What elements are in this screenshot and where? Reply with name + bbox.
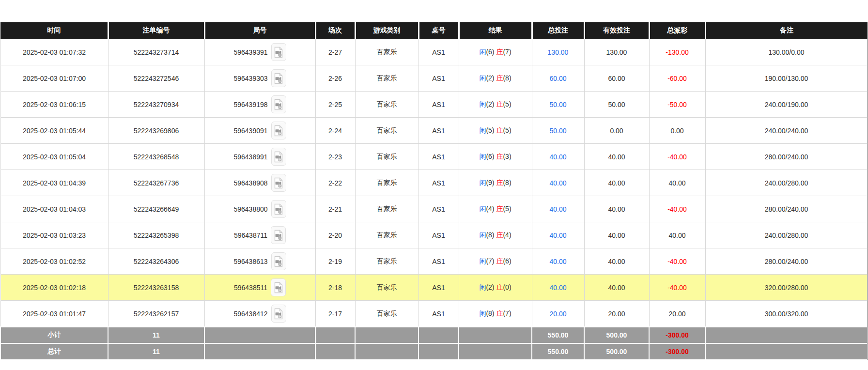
- table-row[interactable]: 2025-02-03 01:03:23522243265398596438711…: [0, 222, 868, 248]
- cell-session: 2-21: [315, 196, 355, 222]
- cell-total-bet[interactable]: 130.00: [532, 39, 584, 65]
- table-row[interactable]: 2025-02-03 01:05:44522243269806596439091…: [0, 118, 868, 144]
- video-file-icon: [274, 125, 283, 137]
- video-replay-button[interactable]: [271, 252, 286, 270]
- video-file-icon: [274, 203, 283, 215]
- video-replay-button[interactable]: [271, 305, 286, 323]
- cell-round-id: 596439303: [204, 65, 315, 92]
- cell-valid-bet: 130.00: [584, 39, 649, 65]
- cell-valid-bet: 40.00: [584, 196, 649, 222]
- video-replay-button[interactable]: [271, 226, 286, 244]
- cell-bet-id: 522243272546: [108, 65, 204, 92]
- cell-bet-id: 522243265398: [108, 222, 204, 248]
- result-player-label: 闲: [479, 100, 486, 108]
- video-replay-button[interactable]: [271, 122, 286, 139]
- cell-valid-bet: 40.00: [584, 275, 649, 301]
- cell-remark: 320.00/280.00: [705, 275, 868, 301]
- subtotal-row-count: 11: [108, 327, 204, 343]
- cell-time: 2025-02-03 01:07:00: [0, 65, 108, 92]
- cell-result: 闲(2) 庄(8): [459, 65, 532, 92]
- table-row[interactable]: 2025-02-03 01:07:00522243272546596439303…: [0, 65, 868, 92]
- video-replay-button[interactable]: [271, 278, 286, 296]
- cell-time: 2025-02-03 01:01:47: [0, 301, 108, 327]
- result-banker-label: 庄: [496, 179, 503, 186]
- cell-total-bet[interactable]: 60.00: [532, 65, 584, 92]
- cell-bet-id: 522243270934: [108, 92, 204, 118]
- round-id-text: 596439303: [233, 75, 267, 82]
- round-id-text: 596438412: [233, 310, 267, 318]
- cell-remark: 240.00/240.00: [705, 118, 868, 144]
- column-header-bet_id: 注单编号: [108, 22, 204, 39]
- cell-total-bet[interactable]: 40.00: [532, 196, 584, 222]
- cell-table-id: AS1: [418, 144, 459, 170]
- result-player-label: 闲: [479, 205, 486, 213]
- cell-game-type: 百家乐: [355, 170, 418, 196]
- video-file-icon: [274, 282, 283, 293]
- result-player-score: (7): [486, 257, 494, 265]
- result-banker-label: 庄: [496, 283, 503, 291]
- result-banker-score: (5): [503, 205, 511, 213]
- cell-payout: 40.00: [649, 222, 705, 248]
- cell-session: 2-19: [315, 248, 355, 275]
- cell-time: 2025-02-03 01:04:39: [0, 170, 108, 196]
- round-id-text: 596439091: [233, 127, 267, 135]
- table-row[interactable]: 2025-02-03 01:04:03522243266649596438800…: [0, 196, 868, 222]
- table-row[interactable]: 2025-02-03 01:04:39522243267736596438908…: [0, 170, 868, 196]
- table-row[interactable]: 2025-02-03 01:02:52522243264306596438613…: [0, 248, 868, 275]
- cell-session: 2-23: [315, 144, 355, 170]
- cell-game-type: 百家乐: [355, 144, 418, 170]
- video-replay-button[interactable]: [271, 148, 286, 166]
- video-replay-button[interactable]: [271, 95, 286, 113]
- cell-round-id: 596438908: [204, 170, 315, 196]
- cell-total-bet[interactable]: 50.00: [532, 118, 584, 144]
- cell-total-bet[interactable]: 40.00: [532, 222, 584, 248]
- cell-payout: -40.00: [649, 248, 705, 275]
- result-banker-label: 庄: [496, 74, 503, 82]
- result-banker-label: 庄: [496, 100, 503, 108]
- video-file-icon: [274, 177, 283, 189]
- cell-time: 2025-02-03 01:05:04: [0, 144, 108, 170]
- video-file-icon: [274, 73, 283, 84]
- cell-round-id: 596438412: [204, 301, 315, 327]
- result-banker-score: (8): [503, 74, 511, 82]
- cell-total-bet[interactable]: 40.00: [532, 170, 584, 196]
- video-replay-button[interactable]: [271, 200, 286, 218]
- cell-round-id: 596439091: [204, 118, 315, 144]
- cell-result: 闲(9) 庄(8): [459, 170, 532, 196]
- table-row[interactable]: 2025-02-03 01:06:15522243270934596439198…: [0, 92, 868, 118]
- round-id-text: 596438711: [234, 231, 267, 239]
- video-file-icon: [274, 99, 283, 110]
- table-row[interactable]: 2025-02-03 01:07:32522243273714596439391…: [0, 39, 868, 65]
- result-banker-score: (6): [503, 257, 511, 265]
- cell-total-bet[interactable]: 20.00: [532, 301, 584, 327]
- cell-total-bet[interactable]: 40.00: [532, 275, 584, 301]
- cell-table-id: AS1: [418, 196, 459, 222]
- table-row[interactable]: 2025-02-03 01:02:18522243263158596438511…: [0, 275, 868, 301]
- cell-payout: -130.00: [649, 39, 705, 65]
- cell-total-bet[interactable]: 40.00: [532, 248, 584, 275]
- cell-time: 2025-02-03 01:06:15: [0, 92, 108, 118]
- result-player-score: (9): [486, 179, 494, 186]
- cell-remark: 130.00/0.00: [705, 39, 868, 65]
- cell-payout: -40.00: [649, 196, 705, 222]
- video-replay-button[interactable]: [271, 69, 286, 87]
- cell-valid-bet: 40.00: [584, 222, 649, 248]
- cell-bet-id: 522243269806: [108, 118, 204, 144]
- round-id-text: 596439391: [233, 48, 267, 56]
- result-player-score: (4): [486, 205, 494, 213]
- grandtotal-row-valid-bet: 500.00: [584, 343, 649, 360]
- result-banker-score: (7): [503, 48, 511, 56]
- cell-total-bet[interactable]: 40.00: [532, 144, 584, 170]
- cell-table-id: AS1: [418, 248, 459, 275]
- cell-remark: 240.00/190.00: [705, 92, 868, 118]
- table-row[interactable]: 2025-02-03 01:05:04522243268548596438991…: [0, 144, 868, 170]
- table-row[interactable]: 2025-02-03 01:01:47522243262157596438412…: [0, 301, 868, 327]
- result-banker-label: 庄: [496, 231, 503, 239]
- video-replay-button[interactable]: [271, 43, 286, 61]
- cell-total-bet[interactable]: 50.00: [532, 92, 584, 118]
- cell-valid-bet: 40.00: [584, 144, 649, 170]
- cell-game-type: 百家乐: [355, 301, 418, 327]
- result-player-label: 闲: [479, 74, 486, 82]
- cell-bet-id: 522243264306: [108, 248, 204, 275]
- video-replay-button[interactable]: [271, 174, 286, 192]
